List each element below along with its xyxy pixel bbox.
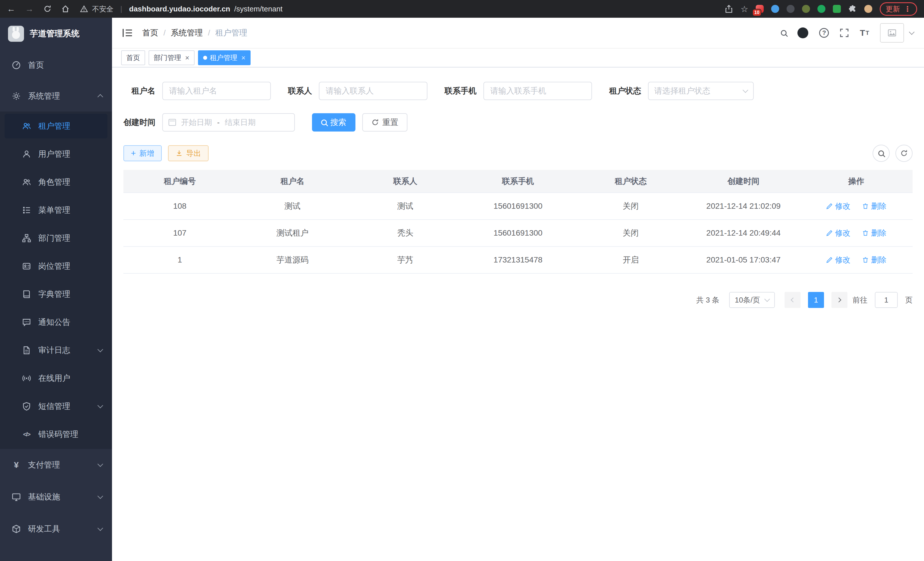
font-size-icon[interactable]: TT [860, 28, 869, 38]
search-button[interactable]: 搜索 [312, 113, 356, 132]
sidebar-item-tenant[interactable]: 租户管理 [4, 114, 107, 138]
add-button[interactable]: + 新增 [123, 145, 162, 161]
extension-icon-green-circle[interactable] [818, 5, 825, 13]
tenant-table: 租户编号 租户名 联系人 联系手机 租户状态 创建时间 操作 108 测试 测试… [123, 170, 913, 274]
browser-home-button[interactable] [61, 5, 70, 13]
form-item-tenant-name: 租户名 [123, 82, 271, 100]
trash-icon [862, 203, 869, 210]
cell-created: 2021-12-14 21:02:09 [687, 193, 800, 220]
page-size-select[interactable]: 10条/页 [729, 292, 775, 308]
sidebar-item-label: 通知公告 [38, 317, 104, 328]
tab-dept[interactable]: 部门管理 × [148, 50, 195, 65]
dashboard-icon [11, 61, 21, 70]
extension-icon-badged[interactable]: 10 [756, 5, 764, 13]
filter-label-tenant-name: 租户名 [123, 86, 155, 96]
pencil-icon [826, 230, 833, 236]
update-button[interactable]: 更新⋮ [880, 2, 917, 16]
contact-input[interactable] [319, 82, 428, 100]
bookmark-star-icon[interactable]: ☆ [741, 4, 748, 14]
add-button-label: 新增 [140, 148, 154, 158]
sidebar-submenu-system: 租户管理 用户管理 角色管理 菜单管理 部门管理 岗位管理 [0, 111, 112, 449]
sidebar-item-label: 用户管理 [38, 149, 104, 159]
user-avatar[interactable] [880, 23, 904, 43]
table-row: 1 芋道源码 芋艿 17321315478 开启 2021-01-05 17:0… [123, 247, 913, 273]
reset-button[interactable]: 重置 [362, 113, 407, 132]
fullscreen-icon[interactable] [840, 28, 849, 38]
help-icon[interactable]: ? [819, 28, 829, 38]
header-search-icon[interactable] [781, 30, 787, 36]
sidebar-item-error-code[interactable]: </> 错误码管理 [0, 420, 112, 448]
sidebar-item-label: 角色管理 [38, 177, 104, 188]
extension-icon-dark[interactable] [787, 5, 795, 13]
edit-link[interactable]: 修改 [826, 255, 850, 265]
breadcrumb-system[interactable]: 系统管理 [171, 27, 203, 38]
tab-tenant[interactable]: 租户管理 × [198, 50, 251, 65]
refresh-table-button[interactable] [896, 145, 913, 162]
sidebar-item-menu[interactable]: 菜单管理 [0, 196, 112, 224]
toggle-search-button[interactable] [873, 145, 890, 162]
tenant-name-input[interactable] [162, 82, 271, 100]
tab-label: 部门管理 [154, 53, 181, 62]
url-path: /system/tenant [234, 5, 283, 14]
reload-button[interactable] [44, 5, 51, 13]
sidebar-item-notice[interactable]: 通知公告 [0, 308, 112, 336]
delete-link[interactable]: 删除 [862, 201, 886, 211]
mobile-input[interactable] [483, 82, 592, 100]
breadcrumb-home[interactable]: 首页 [142, 27, 158, 38]
back-button[interactable]: ← [7, 4, 15, 14]
github-icon[interactable] [797, 27, 808, 38]
user-menu-caret-icon[interactable] [909, 29, 915, 35]
create-time-range-picker[interactable]: 开始日期 - 结束日期 [162, 113, 295, 132]
cell-tenant-name: 测试租户 [236, 220, 349, 247]
sidebar-toggle-icon[interactable] [122, 28, 133, 38]
breadcrumb-current: 租户管理 [215, 27, 248, 38]
broadcast-icon [22, 374, 32, 383]
gear-icon [11, 92, 21, 101]
profile-avatar-icon[interactable] [864, 5, 872, 13]
address-bar[interactable]: 不安全 | dashboard.yudao.iocoder.cn/system/… [80, 4, 716, 14]
edit-link[interactable]: 修改 [826, 228, 850, 238]
sidebar-item-home[interactable]: 首页 [0, 50, 112, 81]
sidebar-item-post[interactable]: 岗位管理 [0, 252, 112, 280]
refresh-icon [900, 150, 908, 157]
sidebar-item-user[interactable]: 用户管理 [0, 140, 112, 168]
sidebar-item-devtools[interactable]: 研发工具 [0, 513, 112, 545]
tenant-status-select[interactable]: 请选择租户状态 [648, 82, 754, 100]
delete-link[interactable]: 删除 [862, 228, 886, 238]
filter-label-create-time: 创建时间 [123, 117, 155, 128]
tab-home[interactable]: 首页 [121, 50, 145, 65]
browser-menu-icon[interactable]: ⋮ [904, 5, 911, 13]
delete-link[interactable]: 删除 [862, 255, 886, 265]
extension-icon-green-square[interactable] [833, 5, 841, 13]
edit-link[interactable]: 修改 [826, 201, 850, 211]
sidebar-item-label: 审计日志 [38, 345, 92, 356]
sidebar-item-sms[interactable]: 短信管理 [0, 392, 112, 420]
sidebar-item-role[interactable]: 角色管理 [0, 168, 112, 196]
sidebar-item-infra[interactable]: 基础设施 [0, 481, 112, 513]
forward-button[interactable]: → [25, 4, 34, 14]
goto-page-input[interactable] [875, 292, 898, 308]
extension-icon-olive[interactable] [802, 5, 810, 13]
app-title: 芋道管理系统 [30, 28, 80, 39]
export-button[interactable]: 导出 [168, 145, 208, 161]
extensions-puzzle-icon[interactable] [848, 5, 857, 13]
sidebar-item-label: 支付管理 [28, 459, 92, 470]
users-icon [22, 122, 32, 131]
sidebar-item-dict[interactable]: 字典管理 [0, 280, 112, 308]
sidebar-item-audit-log[interactable]: 审计日志 [0, 336, 112, 364]
tab-close-icon[interactable]: × [242, 54, 246, 62]
page-number-button[interactable]: 1 [808, 292, 824, 308]
next-page-button[interactable] [831, 292, 848, 308]
sidebar-item-online-users[interactable]: 在线用户 [0, 364, 112, 392]
tab-close-icon[interactable]: × [185, 54, 189, 62]
chevron-down-icon [742, 87, 748, 93]
sidebar-item-dept[interactable]: 部门管理 [0, 224, 112, 252]
col-created: 创建时间 [687, 170, 800, 193]
sidebar-item-pay[interactable]: ¥ 支付管理 [0, 449, 112, 481]
share-icon[interactable] [724, 5, 733, 13]
extension-icon-blue[interactable] [771, 5, 779, 13]
pencil-icon [826, 256, 833, 263]
app-logo[interactable]: 芋道管理系统 [0, 18, 112, 50]
prev-page-button[interactable] [784, 292, 801, 308]
sidebar-item-system[interactable]: 系统管理 [0, 81, 112, 111]
